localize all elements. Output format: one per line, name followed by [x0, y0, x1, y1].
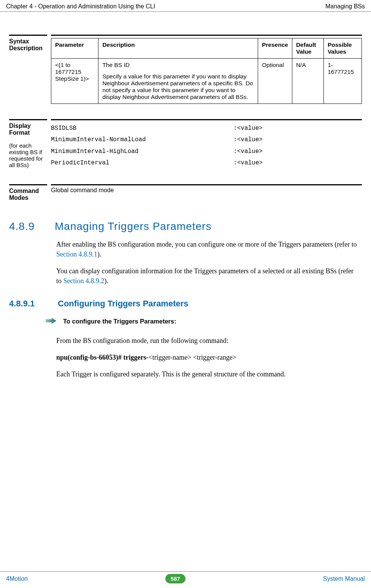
link-section-4892[interactable]: Section 4.8.9.2 [63, 277, 105, 285]
cmd-rest: <trigger-name> <trigger-range> [148, 354, 236, 361]
cell-description: The BS ID Specify a value for this param… [98, 59, 258, 104]
section-heading-4891: 4.8.9.1 Configuring Triggers Parameters [9, 299, 362, 309]
display-format-sublabel: (for each existing BS if requested for a… [9, 142, 47, 168]
parameter-table: Parameter Description Presence Default V… [51, 38, 362, 104]
header-left: Chapter 4 - Operation and Administration… [6, 3, 155, 10]
section-title-489: Managing Triggers Parameters [55, 220, 211, 233]
command-modes-label: Command Modes [9, 184, 47, 201]
page-footer: 4Motion 587 System Manual [0, 571, 371, 583]
display-format-label: Display Format (for each existing BS if … [9, 119, 47, 168]
th-parameter: Parameter [51, 38, 98, 59]
cell-parameter: <(1 to 16777215 StepSize 1)> [51, 59, 98, 104]
desc-line1: The BS ID [102, 62, 254, 69]
footer-right: System Manual [323, 575, 365, 582]
command-modes-text: Global command mode [51, 187, 114, 193]
para-489-1b: ). [97, 250, 101, 258]
display-format-label-text: Display Format [9, 123, 31, 136]
th-possible: Possible Values [323, 38, 361, 59]
section-heading-489: 4.8.9 Managing Triggers Parameters [9, 220, 362, 233]
para-489-1a: After enabling the BS configuration mode… [56, 241, 357, 248]
header-right: Managing BSs [325, 3, 365, 10]
syntax-section: Syntax Description Parameter Description… [9, 35, 362, 104]
syntax-label: Syntax Description [9, 35, 47, 52]
syntax-body: Parameter Description Presence Default V… [51, 35, 362, 104]
command-modes-body: Global command mode [51, 184, 362, 194]
display-format-section: Display Format (for each existing BS if … [9, 119, 362, 169]
section-num-489: 4.8.9 [9, 220, 47, 233]
para-489-2: You can display configuration informatio… [56, 266, 358, 286]
page-header: Chapter 4 - Operation and Administration… [0, 0, 371, 12]
page-number-badge: 587 [165, 574, 186, 583]
desc-rest: Specify a value for this parameter if yo… [102, 73, 254, 100]
page-content: Syntax Description Parameter Description… [0, 12, 371, 379]
arrow-right-icon [46, 318, 56, 325]
table-row: <(1 to 16777215 StepSize 1)> The BS ID S… [51, 59, 362, 104]
footer-left: 4Motion [6, 575, 28, 582]
link-section-4891[interactable]: Section 4.8.9.1 [56, 250, 97, 258]
instruction-cmd: npu(config-bs-66053)# triggers-<trigger-… [56, 352, 358, 362]
display-format-body: BSIDLSB :<value> MinimumInterval-NormalL… [51, 119, 362, 169]
cell-possible: 1-16777215 [323, 59, 361, 104]
instruction-row: To configure the Triggers Parameters: [46, 318, 362, 325]
section-title-4891: Configuring Triggers Parameters [58, 299, 189, 309]
display-output: BSIDLSB :<value> MinimumInterval-NormalL… [51, 123, 362, 169]
instruction-heading: To configure the Triggers Parameters: [63, 318, 176, 325]
cmd-bold: npu(config-bs-66053)# triggers- [56, 354, 148, 361]
table-header-row: Parameter Description Presence Default V… [51, 38, 362, 59]
cell-default: N/A [292, 59, 323, 104]
instruction-p1: From the BS configuration mode, run the … [56, 336, 358, 346]
th-description: Description [98, 38, 258, 59]
svg-marker-0 [46, 318, 56, 324]
cell-presence: Optional [258, 59, 292, 104]
instruction-p2: Each Trigger is configured separately. T… [56, 369, 358, 379]
para-489-1: After enabling the BS configuration mode… [56, 239, 358, 259]
th-presence: Presence [258, 38, 292, 59]
para-489-2b: ). [105, 277, 109, 285]
section-num-4891: 4.8.9.1 [9, 299, 47, 309]
command-modes-section: Command Modes Global command mode [9, 184, 362, 201]
th-default: Default Value [292, 38, 323, 59]
